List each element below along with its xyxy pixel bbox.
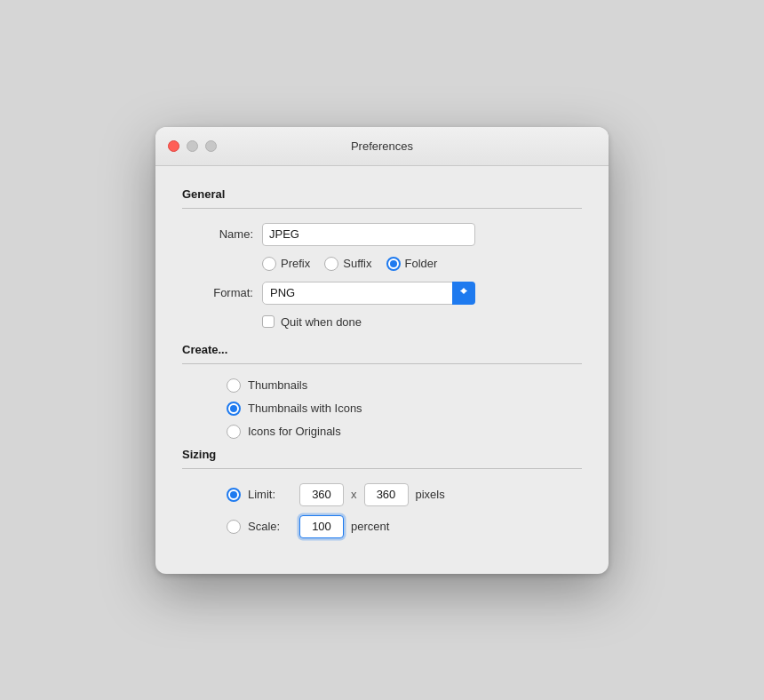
titlebar: Preferences <box>155 127 609 166</box>
format-row: Format: PNG JPEG TIFF GIF <box>182 282 582 305</box>
thumbnails-with-icons-label: Thumbnails with Icons <box>248 402 362 415</box>
scale-row: Scale: percent <box>227 515 582 538</box>
limit-width-input[interactable] <box>299 483 344 506</box>
create-section: Create... <box>182 343 582 356</box>
preferences-content: General Name: Prefix Suffix Folder <box>155 166 609 574</box>
x-separator: x <box>351 488 357 501</box>
sizing-section: Sizing Limit: x pixels Scale: percent <box>182 448 582 538</box>
traffic-lights <box>168 140 217 152</box>
scale-label: Scale: <box>248 520 292 533</box>
placement-radio-group: Prefix Suffix Folder <box>262 257 582 271</box>
quit-checkbox[interactable] <box>262 315 275 328</box>
folder-radio[interactable] <box>386 257 401 271</box>
window-title: Preferences <box>351 139 413 153</box>
thumbnails-radio[interactable] <box>227 378 241 393</box>
thumbnails-label: Thumbnails <box>248 378 307 392</box>
folder-radio-dot <box>390 260 397 267</box>
general-divider <box>182 208 582 209</box>
name-label: Name: <box>182 227 253 241</box>
suffix-radio-label[interactable]: Suffix <box>324 257 371 271</box>
close-button[interactable] <box>168 140 179 152</box>
prefix-label: Prefix <box>281 257 310 270</box>
thumbnails-with-icons-radio-dot <box>230 405 237 412</box>
icons-for-originals-radio[interactable] <box>227 425 241 439</box>
sizing-divider <box>182 468 582 469</box>
prefix-radio[interactable] <box>262 257 276 271</box>
suffix-radio[interactable] <box>324 257 338 271</box>
folder-radio-label[interactable]: Folder <box>386 257 438 271</box>
suffix-label: Suffix <box>343 257 371 270</box>
thumbnails-with-icons-radio[interactable] <box>227 402 241 416</box>
quit-label: Quit when done <box>281 315 362 329</box>
general-header: General <box>182 187 582 201</box>
preferences-window: Preferences General Name: Prefix Suffix <box>155 127 609 574</box>
sizing-header-row: Sizing <box>182 448 582 461</box>
create-header: Create... <box>182 343 582 356</box>
sizing-header: Sizing <box>182 448 582 461</box>
maximize-button[interactable] <box>205 140 217 152</box>
format-select-wrapper: PNG JPEG TIFF GIF <box>262 282 475 305</box>
name-row: Name: <box>182 223 582 246</box>
scale-radio[interactable] <box>227 520 241 534</box>
icons-for-originals-label: Icons for Originals <box>248 425 341 438</box>
format-label: Format: <box>182 286 253 299</box>
limit-label: Limit: <box>248 488 292 501</box>
icons-for-originals-row: Icons for Originals <box>227 425 582 439</box>
format-select[interactable]: PNG JPEG TIFF GIF <box>262 282 475 305</box>
name-input[interactable] <box>262 223 475 246</box>
prefix-radio-label[interactable]: Prefix <box>262 257 310 271</box>
limit-radio[interactable] <box>227 488 241 502</box>
general-section: General <box>182 187 582 201</box>
minimize-button[interactable] <box>187 140 198 152</box>
thumbnails-row: Thumbnails <box>227 378 582 393</box>
create-divider <box>182 363 582 364</box>
limit-unit: pixels <box>416 488 445 501</box>
limit-row: Limit: x pixels <box>227 483 582 506</box>
quit-checkbox-row: Quit when done <box>262 315 582 329</box>
scale-input[interactable] <box>299 515 344 538</box>
scale-unit: percent <box>351 520 389 533</box>
thumbnails-with-icons-row: Thumbnails with Icons <box>227 402 582 416</box>
limit-radio-dot <box>230 491 237 498</box>
folder-label: Folder <box>405 257 438 270</box>
limit-height-input[interactable] <box>364 483 409 506</box>
